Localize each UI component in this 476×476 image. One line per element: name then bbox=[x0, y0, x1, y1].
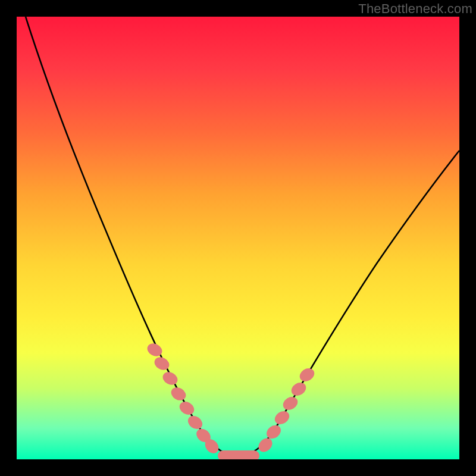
svg-rect-8 bbox=[218, 450, 259, 459]
chart-frame: TheBottleneck.com bbox=[0, 0, 476, 476]
highlight-markers bbox=[145, 341, 317, 459]
svg-point-1 bbox=[152, 355, 171, 372]
svg-point-12 bbox=[281, 394, 300, 413]
svg-point-11 bbox=[273, 408, 292, 427]
plot-area bbox=[17, 17, 459, 459]
svg-point-13 bbox=[289, 380, 309, 399]
svg-point-4 bbox=[177, 399, 197, 418]
bottleneck-curve-svg bbox=[17, 17, 459, 459]
svg-point-14 bbox=[298, 366, 317, 384]
bottleneck-curve bbox=[26, 17, 459, 456]
svg-point-3 bbox=[169, 385, 189, 403]
svg-point-2 bbox=[161, 369, 180, 387]
watermark-text: TheBottleneck.com bbox=[358, 1, 472, 17]
